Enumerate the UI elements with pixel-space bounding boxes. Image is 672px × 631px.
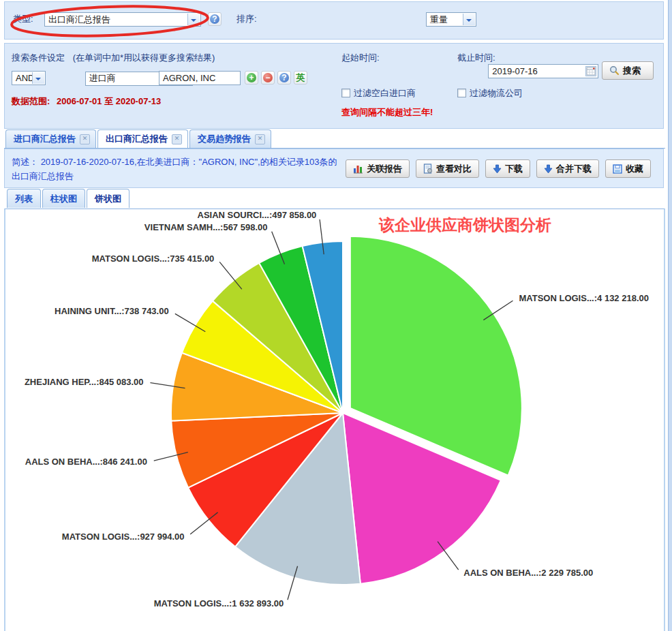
view-tabbar: 列表 柱状图 饼状图	[4, 189, 665, 209]
download-arrow-icon	[544, 164, 553, 174]
minus-icon: −	[263, 73, 273, 82]
search-conditions-title: 搜索条件设定 (在单词中加*用以获得更多搜索结果)	[12, 52, 215, 64]
help-icon: ?	[279, 73, 289, 82]
view-tab-bar-chart[interactable]: 柱状图	[42, 189, 85, 208]
close-icon[interactable]: ✕	[172, 134, 182, 144]
chevron-down-icon[interactable]	[463, 14, 475, 25]
tab-exporter-summary[interactable]: 出口商汇总报告 ✕	[97, 129, 188, 148]
pie-slice-label: MATSON LOGIS...:4 132 218.00	[519, 293, 649, 303]
filter-logistics-checkbox[interactable]	[457, 89, 466, 97]
scrollbar[interactable]	[668, 0, 672, 631]
related-report-button[interactable]: 关联报告	[346, 159, 410, 178]
save-disk-icon	[613, 164, 622, 174]
pie-slice-label: MATSON LOGIS...:927 994.00	[62, 532, 185, 542]
report-page: 类型: 出口商汇总报告 ? 排序: 重量 搜索条件设定 (在单词中加*用以获得更…	[0, 0, 672, 631]
view-tab-pie-chart[interactable]: 饼状图	[87, 189, 129, 208]
sort-select[interactable]: 重量	[426, 12, 476, 27]
end-date-label: 截止时间:	[457, 52, 495, 64]
filter-blank-checkbox-row: 过滤空白进口商	[341, 87, 416, 99]
download-button[interactable]: 下载	[485, 159, 530, 178]
filter-logistics-label: 过滤物流公司	[470, 88, 523, 98]
download-arrow-icon	[493, 164, 502, 174]
remove-condition-button[interactable]: −	[261, 71, 275, 84]
english-toggle-button[interactable]: 英	[294, 71, 307, 84]
search-panel: 搜索条件设定 (在单词中加*用以获得更多搜索结果) AND 进口商 AGRON,…	[4, 43, 664, 129]
type-bar: 类型: 出口商汇总报告 ? 排序: 重量	[4, 1, 664, 40]
pie-chart-panel: 该企业供应商饼状图分析 MATSON LOGIS...:4 132 218.00…	[4, 209, 665, 631]
report-summary: 简述： 2019-07-16-2020-07-16,在北美进口商："AGRON,…	[12, 155, 340, 183]
data-range: 数据范围: 2006-07-01 至 2020-07-13	[12, 95, 161, 108]
pie-slice-label: ZHEJIANG HEP...:845 083.00	[25, 377, 144, 387]
data-range-value: 2006-07-01 至 2020-07-13	[57, 96, 161, 106]
view-compare-button[interactable]: 查看对比	[416, 159, 479, 178]
red-ellipse-annotation	[6, 3, 215, 40]
keyword-input[interactable]: AGRON, INC	[159, 71, 241, 85]
action-buttons: 关联报告 查看对比 下载 合	[346, 159, 651, 178]
bool-op-select[interactable]: AND	[12, 71, 46, 85]
search-hint: (在单词中加*用以获得更多搜索结果)	[73, 52, 215, 63]
close-icon[interactable]: ✕	[255, 134, 265, 144]
pie-slice-label: MATSON LOGIS...:1 632 893.00	[154, 598, 284, 609]
tab-importer-summary[interactable]: 进口商汇总报告 ✕	[5, 129, 96, 148]
interval-warning: 查询间隔不能超过三年!	[341, 106, 433, 119]
search-button[interactable]: 搜索	[602, 61, 654, 80]
close-icon[interactable]: ✕	[80, 134, 90, 144]
merge-download-button[interactable]: 合并下载	[536, 159, 599, 178]
pie-slice-label: HAINING UNIT...:738 743.00	[55, 306, 169, 316]
plus-icon: +	[247, 73, 256, 82]
start-date-input[interactable]: 2019-07-16	[488, 64, 598, 78]
report-tabbar: 进口商汇总报告 ✕ 出口商汇总报告 ✕ 交易趋势报告 ✕	[4, 129, 665, 149]
summary-panel: 简述： 2019-07-16-2020-07-16,在北美进口商："AGRON,…	[4, 149, 664, 188]
view-tab-list[interactable]: 列表	[7, 189, 41, 208]
calendar-icon[interactable]	[585, 66, 596, 76]
pie-slice-label: ASIAN SOURCI...:497 858.00	[198, 210, 317, 220]
add-condition-button[interactable]: +	[245, 71, 258, 84]
pie-slice-label: AALS ON BEHA...:846 241.00	[25, 457, 147, 467]
favorite-button[interactable]: 收藏	[605, 159, 651, 178]
filter-blank-checkbox[interactable]	[341, 89, 350, 97]
start-date-label: 起始时间:	[341, 52, 380, 64]
search-help-button[interactable]: ?	[277, 71, 291, 84]
compare-doc-icon	[423, 164, 433, 174]
sort-label: 排序:	[236, 13, 257, 25]
magnifier-icon	[609, 65, 620, 76]
pie-slice-label: VIETNAM SAMH...:567 598.00	[144, 222, 268, 232]
sort-value: 重量	[430, 14, 448, 26]
bar-chart-icon	[353, 164, 363, 174]
filter-blank-label: 过滤空白进口商	[354, 88, 416, 98]
supplier-pie-chart: MATSON LOGIS...:4 132 218.00AALS ON BEHA…	[5, 209, 664, 630]
filter-logistics-checkbox-row: 过滤物流公司	[457, 87, 523, 99]
tab-trade-trend[interactable]: 交易趋势报告 ✕	[189, 129, 271, 148]
pie-slice-label: AALS ON BEHA...:2 229 785.00	[463, 568, 593, 578]
pie-slice-label: MATSON LOGIS...:735 415.00	[92, 253, 215, 264]
chevron-down-icon[interactable]	[32, 72, 44, 84]
